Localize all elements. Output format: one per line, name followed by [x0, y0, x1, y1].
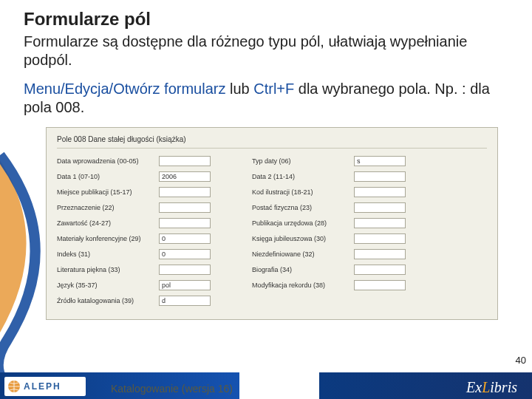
field-input[interactable]: 2006	[159, 171, 211, 182]
field-input[interactable]: pol	[159, 280, 211, 290]
aleph-logo: ALEPH	[4, 377, 86, 396]
field-input[interactable]	[354, 280, 406, 290]
field-input[interactable]	[159, 156, 211, 166]
field-input[interactable]: d	[159, 296, 211, 306]
field-input[interactable]	[354, 265, 406, 275]
slide-instruction: Menu/Edycja/Otwórz formularz lub Ctrl+F …	[24, 80, 511, 117]
footer-text: Katalogowanie (wersja 16)	[111, 383, 233, 395]
field-label: Data 1 (07-10)	[57, 173, 153, 180]
exlibris-logo: ExLibris	[466, 379, 517, 396]
field-input[interactable]	[354, 171, 406, 182]
field-label: Postać fizyczna (23)	[252, 204, 348, 211]
slide-description: Formularze są dostępne dla różnego typu …	[24, 33, 511, 69]
field-input[interactable]	[354, 233, 406, 244]
page-number: 40	[516, 355, 526, 366]
field-label: Źródło katalogowania (39)	[57, 297, 153, 304]
field-input[interactable]	[354, 218, 406, 228]
field-label: Literatura piękna (33)	[57, 266, 153, 273]
field-input[interactable]	[354, 187, 406, 197]
form-grid: Data wprowadzenia (00-05)Typ daty (06)sD…	[57, 156, 487, 306]
field-label: Modyfikacja rekordu (38)	[252, 282, 348, 289]
field-input[interactable]	[159, 218, 211, 228]
field-label: Język (35-37)	[57, 282, 153, 289]
field-label: Data 2 (11-14)	[252, 173, 348, 180]
shortcut: Ctrl+F	[253, 81, 294, 97]
field-label: Niezdefiniowane (32)	[252, 250, 348, 258]
field-label: Indeks (31)	[57, 250, 153, 258]
form-title: Pole 008 Dane stałej długości (książka)	[57, 135, 487, 149]
menu-path: Menu/Edycja/Otwórz formularz	[24, 81, 225, 97]
field-label: Kod ilustracji (18-21)	[252, 188, 348, 196]
field-input[interactable]	[159, 187, 211, 197]
field-label: Miejsce publikacji (15-17)	[57, 188, 153, 196]
field-input[interactable]	[159, 265, 211, 275]
field-input[interactable]	[354, 202, 406, 213]
field-label: Data wprowadzenia (00-05)	[57, 157, 153, 165]
field-label: Publikacja urzędowa (28)	[252, 219, 348, 227]
field-label: Materiały konferencyjne (29)	[57, 235, 153, 242]
field-label: Biografia (34)	[252, 266, 348, 273]
field-label: Przeznaczenie (22)	[57, 204, 153, 211]
field-input[interactable]: 0	[159, 233, 211, 244]
field-label: Zawartość (24-27)	[57, 219, 153, 227]
field-label: Księga jubileuszowa (30)	[252, 235, 348, 242]
field-input[interactable]	[354, 249, 406, 259]
form-panel: Pole 008 Dane stałej długości (książka) …	[46, 127, 498, 320]
field-input[interactable]	[159, 202, 211, 213]
field-input[interactable]: s	[354, 156, 406, 166]
field-label: Typ daty (06)	[252, 157, 348, 165]
slide-title: Formularze pól	[24, 9, 511, 30]
field-input[interactable]: 0	[159, 249, 211, 259]
slide-content: Formularze pól Formularze są dostępne dl…	[0, 0, 532, 320]
globe-icon	[7, 380, 21, 393]
